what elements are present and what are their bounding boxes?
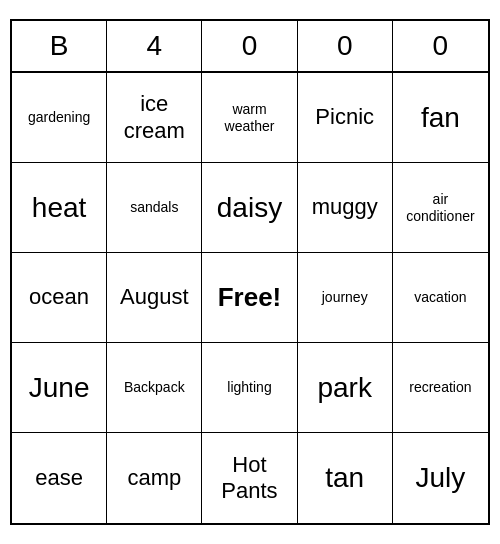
cell-0-1: ice cream [107, 73, 202, 163]
cell-2-1: August [107, 253, 202, 343]
cell-1-4: air conditioner [393, 163, 488, 253]
header-col-4: 0 [393, 21, 488, 71]
cell-3-0: June [12, 343, 107, 433]
cell-1-2: daisy [202, 163, 297, 253]
bingo-card: B4000 gardeningice creamwarm weatherPicn… [10, 19, 490, 525]
cell-1-0: heat [12, 163, 107, 253]
cell-2-0: ocean [12, 253, 107, 343]
header-col-0: B [12, 21, 107, 71]
bingo-grid: gardeningice creamwarm weatherPicnicfanh… [12, 73, 488, 523]
cell-3-3: park [298, 343, 393, 433]
cell-0-0: gardening [12, 73, 107, 163]
cell-0-4: fan [393, 73, 488, 163]
header-col-1: 4 [107, 21, 202, 71]
cell-3-1: Backpack [107, 343, 202, 433]
header-row: B4000 [12, 21, 488, 73]
cell-4-3: tan [298, 433, 393, 523]
header-col-2: 0 [202, 21, 297, 71]
cell-4-2: Hot Pants [202, 433, 297, 523]
cell-4-4: July [393, 433, 488, 523]
cell-2-3: journey [298, 253, 393, 343]
cell-1-1: sandals [107, 163, 202, 253]
cell-2-4: vacation [393, 253, 488, 343]
cell-0-2: warm weather [202, 73, 297, 163]
cell-2-2: Free! [202, 253, 297, 343]
header-col-3: 0 [298, 21, 393, 71]
cell-4-1: camp [107, 433, 202, 523]
cell-3-2: lighting [202, 343, 297, 433]
cell-3-4: recreation [393, 343, 488, 433]
cell-4-0: ease [12, 433, 107, 523]
cell-1-3: muggy [298, 163, 393, 253]
cell-0-3: Picnic [298, 73, 393, 163]
